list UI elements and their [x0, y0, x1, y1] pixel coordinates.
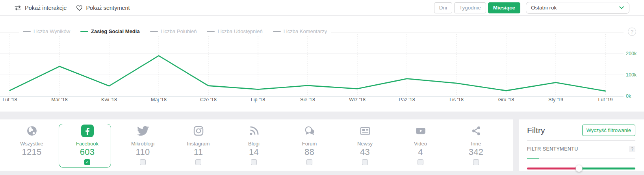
sentiment-filter-header: FILTR SENTYMENTU ? [527, 146, 635, 152]
source-card-newsy[interactable]: Newsy43 [337, 119, 393, 171]
source-checkbox[interactable] [418, 159, 423, 165]
source-card-mikroblogi[interactable]: Mikroblogi110 [115, 119, 171, 171]
svg-text:Lut '19: Lut '19 [598, 97, 612, 102]
date-range-select[interactable]: Ostatni rok [526, 2, 629, 14]
sentiment-negative-track[interactable] [527, 168, 579, 169]
show-interactions-toggle[interactable]: Pokaż interakcje [14, 5, 67, 11]
chart-panel: Lut '18Mar '18Kwi '18Maj '18Cze '18Lip '… [0, 16, 644, 112]
source-label: Wszystkie [20, 141, 43, 147]
chevron-down-icon [619, 6, 624, 10]
source-checkbox[interactable] [140, 159, 146, 165]
share-icon [471, 125, 482, 137]
source-label: Facebook [76, 141, 98, 147]
instagram-icon [193, 125, 204, 137]
filters-divider [527, 140, 635, 141]
legend-label: Liczba Polubień [161, 28, 197, 34]
chart-legend: Liczba WynikówZasięg Social MediaLiczba … [19, 27, 331, 36]
swap-arrows-icon [14, 5, 22, 11]
source-count: 342 [469, 147, 484, 157]
svg-text:Sty '19: Sty '19 [548, 97, 563, 102]
source-label: Blogi [248, 141, 260, 147]
video-icon [415, 125, 427, 137]
source-count: 1215 [22, 147, 41, 157]
chart-help-icon[interactable]: ? [628, 28, 636, 36]
show-sentiment-toggle[interactable]: Pokaż sentyment [76, 5, 130, 11]
svg-text:0k: 0k [626, 93, 631, 99]
legend-item[interactable]: Liczba Polubień [150, 28, 197, 34]
chart-toggles: Pokaż interakcje Pokaż sentyment [0, 5, 130, 11]
source-checkbox[interactable] [473, 159, 479, 165]
svg-text:Cze '18: Cze '18 [200, 97, 217, 102]
sentiment-filter-label: FILTR SENTYMENTU [527, 146, 578, 152]
source-count: 603 [80, 147, 95, 157]
source-label: Video [414, 141, 427, 147]
legend-line-swatch [150, 31, 158, 32]
sentiment-help-icon[interactable]: ? [629, 146, 635, 152]
facebook-icon [81, 125, 94, 137]
legend-line-swatch [80, 31, 88, 32]
legend-label: Zasięg Social Media [91, 28, 140, 34]
source-checkbox[interactable] [195, 159, 201, 165]
svg-text:100k: 100k [626, 72, 637, 78]
source-label: Inne [471, 141, 481, 147]
svg-text:Wrz '18: Wrz '18 [349, 97, 366, 102]
svg-text:Paź '18: Paź '18 [399, 97, 415, 102]
filters-title: Filtry [527, 126, 545, 135]
show-sentiment-label: Pokaż sentyment [86, 5, 130, 11]
source-count: 110 [136, 147, 150, 157]
sentiment-underline [527, 158, 635, 159]
legend-label: Liczba Udostępnień [217, 28, 262, 34]
show-interactions-label: Pokaż interakcje [25, 5, 67, 11]
sentiment-positive-track[interactable] [579, 168, 635, 169]
source-checkbox[interactable]: ✓ [84, 159, 90, 165]
source-count: 4 [418, 147, 423, 157]
legend-label: Liczba Wyników [33, 28, 70, 34]
legend-item[interactable]: Liczba Komentarzy [273, 28, 327, 34]
legend-line-swatch [207, 31, 215, 32]
period-button-dni[interactable]: Dni [434, 2, 452, 13]
source-card-wszystkie[interactable]: Wszystkie1215 [4, 119, 59, 171]
sentiment-slider-handle[interactable] [576, 165, 583, 172]
top-toolbar: Pokaż interakcje Pokaż sentyment DniTygo… [0, 0, 644, 16]
source-checkbox[interactable] [251, 159, 257, 165]
rss-icon [248, 125, 260, 137]
period-button-tygodnie[interactable]: Tygodnie [454, 2, 486, 13]
source-card-blogi[interactable]: Blogi14 [226, 119, 282, 171]
source-card-facebook[interactable]: Facebook603✓ [59, 119, 115, 171]
source-label: Mikroblogi [131, 141, 154, 147]
globe-icon [26, 125, 38, 137]
svg-text:Lis '18: Lis '18 [449, 97, 464, 102]
source-card-instagram[interactable]: Instagram11 [171, 119, 226, 171]
twitter-icon [137, 125, 149, 137]
svg-text:Gru '18: Gru '18 [498, 97, 514, 102]
svg-text:Lip '18: Lip '18 [251, 97, 265, 102]
clear-filters-button[interactable]: Wyczyść filtrowanie [582, 125, 635, 136]
source-count: 88 [304, 147, 314, 157]
svg-text:Kwi '18: Kwi '18 [101, 97, 117, 102]
sentiment-slider[interactable] [527, 168, 635, 170]
source-checkbox[interactable] [306, 159, 312, 165]
date-range-value: Ostatni rok [531, 5, 557, 11]
source-card-inne[interactable]: Inne342 [448, 119, 504, 171]
legend-item[interactable]: Zasięg Social Media [80, 28, 140, 34]
sentiment-underline-accent [527, 158, 539, 159]
source-card-video[interactable]: Video4 [393, 119, 448, 171]
legend-label: Liczba Komentarzy [284, 28, 327, 34]
legend-item[interactable]: Liczba Udostępnień [207, 28, 262, 34]
legend-item[interactable]: Liczba Wyników [23, 28, 70, 34]
source-card-forum[interactable]: Forum88 [282, 119, 337, 171]
filters-panel: Filtry Wyczyść filtrowanie FILTR SENTYME… [519, 119, 644, 171]
source-checkbox[interactable] [362, 159, 368, 165]
svg-text:Maj '18: Maj '18 [151, 97, 167, 102]
source-count: 14 [249, 147, 259, 157]
source-count: 43 [360, 147, 370, 157]
source-count: 11 [194, 147, 203, 157]
filters-header: Filtry Wyczyść filtrowanie [527, 125, 635, 136]
svg-text:Lut '18: Lut '18 [2, 97, 17, 102]
period-controls: DniTygodnieMiesiące Ostatni rok [434, 2, 644, 14]
heart-icon [76, 5, 83, 11]
newspaper-icon [359, 125, 371, 137]
period-button-miesiące[interactable]: Miesiące [488, 2, 520, 13]
legend-line-swatch [273, 31, 281, 32]
legend-line-swatch [23, 31, 31, 32]
